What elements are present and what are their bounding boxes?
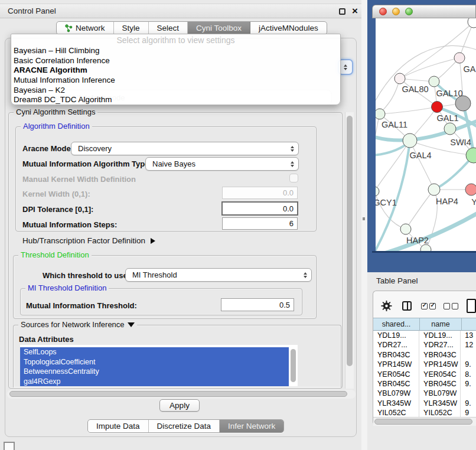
sources-title-text: Sources for Network Inference <box>21 320 125 329</box>
column-header-name[interactable]: name <box>420 318 462 331</box>
network-window-titlebar[interactable] <box>372 5 476 18</box>
split-pane-divider[interactable] <box>361 0 367 450</box>
node-gal1-red[interactable] <box>432 102 443 113</box>
cyni-algorithm-settings-title: Cyni Algorithm Settings <box>14 107 97 116</box>
table-row[interactable]: YIL052C YIL052C 9 <box>373 408 476 417</box>
node-gal4[interactable] <box>403 133 417 148</box>
dropdown-item[interactable]: Bayesian – Hill Climbing <box>11 46 340 56</box>
kernel-width-input[interactable] <box>222 187 298 199</box>
settings-vscrollbar-thumb[interactable] <box>347 116 353 366</box>
node-salmon[interactable] <box>465 184 476 195</box>
panel-title: Control Panel <box>8 6 56 15</box>
node[interactable] <box>444 123 456 135</box>
which-threshold-combobox[interactable]: MI Threshold <box>125 268 312 282</box>
cell-value: 8. <box>461 370 476 379</box>
node-gal11[interactable] <box>376 109 385 119</box>
control-panel-titlebar: Control Panel × <box>0 4 361 18</box>
network-tab-icon <box>65 24 73 32</box>
mi-steps-input[interactable] <box>222 217 298 230</box>
dropdown-item[interactable]: Basic Correlation Inference <box>11 56 340 66</box>
list-item[interactable]: SelfLoops <box>20 347 289 357</box>
control-panel: Control Panel × Network Style Select <box>0 0 361 450</box>
cell-value <box>461 350 476 360</box>
dpi-tolerance-input[interactable] <box>221 201 298 216</box>
mi-threshold-input[interactable] <box>221 298 294 311</box>
node-label: GAL11 <box>382 120 407 129</box>
node[interactable] <box>454 53 465 63</box>
apply-button-label: Apply <box>169 401 190 410</box>
tab-network-label: Network <box>76 24 105 32</box>
tab-select[interactable]: Select <box>149 22 188 34</box>
tab-network[interactable]: Network <box>57 22 114 34</box>
table-row[interactable]: YBR043C YBR043C <box>373 350 476 360</box>
tab-discretize-data[interactable]: Discretize Data <box>149 420 220 432</box>
select-all-icon[interactable] <box>421 303 436 309</box>
tab-impute-data[interactable]: Impute Data <box>88 420 149 432</box>
table-row[interactable]: YLR345W YLR345W 9. <box>373 399 476 408</box>
tab-cyni-toolbox[interactable]: Cyni Toolbox <box>188 22 250 34</box>
node-hap4[interactable] <box>428 184 440 195</box>
mi-algorithm-type-combobox[interactable]: Naive Bayes <box>145 157 299 171</box>
dropdown-item[interactable]: Bayesian – K2 <box>11 86 340 96</box>
dropdown-item-selected[interactable]: ARACNE Algorithm <box>11 66 340 76</box>
cell-name: YDL19... <box>419 331 461 340</box>
list-item[interactable]: gal4RGexp <box>20 377 289 387</box>
node-gal80[interactable] <box>395 73 405 84</box>
window-bottom-edge <box>372 251 476 253</box>
panel-corner-icon[interactable] <box>4 442 15 450</box>
list-scrollbar[interactable] <box>291 349 296 382</box>
node-hap2[interactable] <box>400 224 411 234</box>
node-gcy1[interactable] <box>376 187 379 196</box>
settings-vscrollbar-track[interactable] <box>345 112 354 389</box>
mi-algorithm-type-value: Naive Bayes <box>152 159 195 168</box>
close-panel-icon[interactable]: × <box>352 5 358 18</box>
cyni-mode-tabs: Impute Data Discretize Data Infer Networ… <box>87 419 284 433</box>
cell-value: 9 <box>461 408 476 417</box>
window-close-button[interactable] <box>379 8 387 15</box>
list-item[interactable]: TopologicalCoefficient <box>20 357 289 367</box>
hub-definition-expander[interactable]: Hub/Transcription Factor Definition <box>22 236 155 245</box>
manual-kernel-width-checkbox[interactable] <box>289 174 298 182</box>
aracne-mode-combobox[interactable]: Discovery <box>71 142 299 155</box>
function-builder-icon[interactable] <box>467 299 476 313</box>
table-row[interactable]: YBR045C YBR045C 9. <box>373 379 476 389</box>
columns-icon[interactable] <box>402 301 412 311</box>
float-panel-icon[interactable] <box>339 8 345 15</box>
column-header-shared-name[interactable]: shared... <box>373 318 420 331</box>
dropdown-item[interactable]: Mutual Information Inference <box>11 76 340 86</box>
list-item[interactable]: BetweennessCentrality <box>20 367 289 377</box>
gear-icon[interactable] <box>381 299 392 312</box>
network-view-canvas[interactable]: GAL GAL80 GAL10 GAL1 GAL11 SWI4 GAL4 GCY… <box>376 18 476 251</box>
cell-shared-name: YPR145W <box>373 360 419 369</box>
tab-discretize-data-label: Discretize Data <box>157 422 211 431</box>
table-row[interactable]: YDL19... YDL19... 13 <box>373 331 476 340</box>
node[interactable] <box>420 244 431 251</box>
tab-infer-network[interactable]: Infer Network <box>220 420 283 432</box>
cell-value: 9. <box>461 379 476 389</box>
aracne-mode-value: Discovery <box>78 144 112 153</box>
settings-hscrollbar-thumb[interactable] <box>9 391 347 397</box>
column-header-clipped[interactable] <box>462 318 476 331</box>
spinner-up-icon <box>344 64 347 67</box>
tab-style[interactable]: Style <box>114 22 149 34</box>
node-gal10[interactable] <box>429 76 439 87</box>
deselect-all-icon[interactable] <box>444 303 458 309</box>
table-hscrollbar-thumb[interactable] <box>374 419 472 425</box>
dropdown-item[interactable]: Dream8 DC_TDC Algorithm <box>11 95 340 105</box>
node-label: SWI4 <box>450 138 471 147</box>
apply-button[interactable]: Apply <box>159 399 200 412</box>
table-row[interactable]: YBL079W YBL079W <box>373 389 476 398</box>
tab-infer-network-label: Infer Network <box>228 422 275 431</box>
data-attributes-label: Data Attributes <box>19 335 74 344</box>
node-label: HAP4 <box>436 197 458 206</box>
settings-hscrollbar-track[interactable] <box>7 390 356 399</box>
table-row[interactable]: YPR145W YPR145W 9. <box>373 360 476 369</box>
table-row[interactable]: YDR27... YDR27... 12 <box>373 340 476 350</box>
window-zoom-button[interactable] <box>405 8 413 15</box>
cell-shared-name: YBL079W <box>373 389 419 398</box>
window-minimize-button[interactable] <box>392 8 400 15</box>
table-row[interactable]: YER054C YER054C 8. <box>373 370 476 379</box>
node-label: GAL <box>463 64 476 74</box>
tab-jactivemnodules[interactable]: jActiveMNodules <box>250 22 327 34</box>
table-hscrollbar-track[interactable] <box>373 417 476 426</box>
